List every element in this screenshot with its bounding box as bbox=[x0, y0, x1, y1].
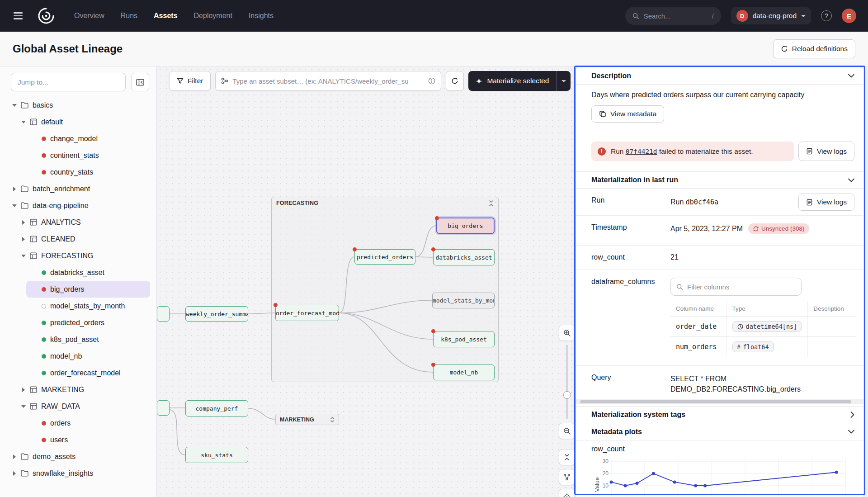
sidebar-item-RAW_DATA[interactable]: RAW_DATA bbox=[0, 398, 156, 415]
asset-node-model_stats_by_month[interactable]: model_stats_by_month bbox=[432, 293, 495, 308]
filter-button[interactable]: Filter bbox=[169, 71, 211, 91]
asset-group-icon bbox=[30, 403, 37, 410]
asset-node-order_forecast_model[interactable]: order_forecast_model bbox=[275, 305, 339, 321]
sidebar-item-default[interactable]: default bbox=[0, 114, 156, 130]
sidebar-item-k8s_pod_asset[interactable]: k8s_pod_asset bbox=[0, 331, 156, 348]
sidebar-item-MARKETING[interactable]: MARKETING bbox=[0, 381, 156, 398]
asset-node-big_orders[interactable]: big_orders bbox=[436, 218, 495, 234]
sidebar-item-snowflake_insights[interactable]: snowflake_insights bbox=[0, 465, 156, 482]
sidebar-item-continent_stats[interactable]: continent_stats bbox=[0, 147, 156, 164]
expand-group-icon[interactable] bbox=[330, 417, 335, 422]
sidebar-item-predicted_orders[interactable]: predicted_orders bbox=[0, 314, 156, 331]
tree-item-label: basics bbox=[33, 101, 53, 109]
tree-caret-icon[interactable] bbox=[12, 204, 17, 207]
sidebar-item-change_model[interactable]: change_model bbox=[0, 130, 156, 147]
asset-subset-input[interactable]: Type an asset subset… (ex: ANALYTICS/wee… bbox=[215, 71, 441, 91]
deployment-switcher[interactable]: D data-eng-prod bbox=[731, 7, 811, 24]
sidebar-item-FORECASTING[interactable]: FORECASTING bbox=[0, 247, 156, 264]
df-column-row: num_orders#float64 bbox=[670, 337, 856, 357]
asset-status-dot bbox=[42, 153, 46, 158]
global-search-input[interactable]: Search... / bbox=[625, 7, 721, 25]
asset-node-model_nb[interactable]: model_nb bbox=[433, 364, 495, 380]
asset-node-k8s_pod_asset[interactable]: k8s_pod_asset bbox=[433, 331, 495, 347]
asset-node-partial[interactable] bbox=[157, 400, 170, 416]
dagster-logo[interactable] bbox=[36, 6, 56, 26]
sidebar-item-model_nb[interactable]: model_nb bbox=[0, 348, 156, 364]
page-title: Global Asset Lineage bbox=[13, 43, 123, 55]
scrollbar-thumb[interactable] bbox=[580, 400, 851, 403]
info-icon[interactable] bbox=[428, 77, 435, 85]
sidebar-item-batch_enrichment[interactable]: batch_enrichment bbox=[0, 180, 156, 197]
asset-node-databricks_asset[interactable]: databricks_asset bbox=[433, 249, 495, 265]
asset-status-dot bbox=[42, 287, 46, 292]
view-metadata-button[interactable]: View metadata bbox=[591, 105, 664, 123]
sidebar-item-order_forecast_model[interactable]: order_forecast_model bbox=[0, 364, 156, 381]
reload-definitions-button[interactable]: Reload definitions bbox=[773, 39, 855, 58]
tree-item-label: CLEANED bbox=[41, 235, 75, 243]
metadata-plots-section-header[interactable]: Metadata plots bbox=[576, 423, 863, 440]
nav-assets[interactable]: Assets bbox=[154, 12, 177, 20]
sidebar-item-databricks_asset[interactable]: databricks_asset bbox=[0, 264, 156, 281]
graph-layout-button[interactable] bbox=[559, 469, 575, 485]
asset-node-weekly_order_summary[interactable]: weekly_order_summary bbox=[185, 306, 248, 322]
failed-run-link[interactable]: 07f4421d bbox=[626, 148, 657, 155]
user-avatar[interactable]: E bbox=[842, 9, 856, 23]
sidebar-item-country_stats[interactable]: country_stats bbox=[0, 164, 156, 180]
materialize-selected-button[interactable]: Materialize selected bbox=[468, 71, 571, 91]
nav-overview[interactable]: Overview bbox=[74, 12, 104, 20]
materialize-dropdown-button[interactable] bbox=[556, 71, 571, 91]
hash-icon: # bbox=[737, 344, 741, 350]
alert-view-logs-button[interactable]: View logs bbox=[798, 142, 854, 161]
df-column-row: order_datedatetime64[ns] bbox=[670, 317, 856, 337]
materialization-section-header[interactable]: Materialization in last run bbox=[576, 171, 863, 189]
tree-caret-icon[interactable] bbox=[21, 405, 26, 408]
sidebar-item-model_stats_by_month[interactable]: model_stats_by_month bbox=[0, 298, 156, 314]
sidebar-item-ANALYTICS[interactable]: ANALYTICS bbox=[0, 214, 156, 231]
group-box-marketing[interactable]: MARKETING bbox=[275, 414, 339, 425]
refresh-graph-button[interactable] bbox=[446, 71, 464, 91]
recenter-button[interactable] bbox=[559, 489, 575, 497]
zoom-slider[interactable] bbox=[559, 345, 575, 419]
horizontal-scrollbar[interactable] bbox=[576, 399, 863, 404]
tree-caret-icon[interactable] bbox=[12, 471, 17, 476]
tree-caret-icon[interactable] bbox=[12, 187, 17, 191]
tree-caret-icon[interactable] bbox=[21, 121, 26, 123]
nav-runs[interactable]: Runs bbox=[121, 12, 137, 20]
collapse-groups-button[interactable] bbox=[559, 449, 575, 465]
zoom-out-button[interactable] bbox=[559, 423, 575, 439]
zoom-out-icon bbox=[563, 427, 571, 435]
sidebar-item-CLEANED[interactable]: CLEANED bbox=[0, 231, 156, 247]
tree-caret-icon[interactable] bbox=[21, 255, 26, 257]
df-column-header: Description bbox=[808, 301, 856, 317]
primary-nav: OverviewRunsAssetsDeploymentInsights bbox=[74, 12, 274, 20]
sidebar-item-basics[interactable]: basics bbox=[0, 97, 156, 114]
tree-caret-icon[interactable] bbox=[12, 454, 17, 459]
sidebar-item-data-eng-pipeline[interactable]: data-eng-pipeline bbox=[0, 197, 156, 214]
nav-deployment[interactable]: Deployment bbox=[194, 12, 232, 20]
sidebar-item-users[interactable]: users bbox=[0, 431, 156, 448]
description-section-header[interactable]: Description bbox=[576, 67, 863, 85]
nav-insights[interactable]: Insights bbox=[249, 12, 274, 20]
tree-caret-icon[interactable] bbox=[21, 220, 26, 225]
asset-node-sku_stats[interactable]: sku_stats bbox=[185, 447, 248, 463]
tree-caret-icon[interactable] bbox=[21, 388, 26, 392]
unsynced-badge[interactable]: Unsynced (308) bbox=[748, 223, 809, 234]
jump-to-input[interactable] bbox=[11, 73, 126, 91]
filter-columns-input[interactable] bbox=[687, 283, 796, 291]
menu-icon[interactable] bbox=[12, 10, 24, 21]
asset-node-predicted_orders[interactable]: predicted_orders bbox=[354, 249, 415, 265]
sidebar-item-orders[interactable]: orders bbox=[0, 415, 156, 431]
tree-caret-icon[interactable] bbox=[21, 237, 26, 241]
run-id[interactable]: db0cf46a bbox=[686, 198, 718, 206]
collapse-sidebar-button[interactable] bbox=[131, 73, 149, 91]
asset-node-company_perf[interactable]: company_perf bbox=[185, 400, 248, 417]
view-logs-button[interactable]: View logs bbox=[798, 194, 854, 211]
system-tags-section-header[interactable]: Materialization system tags bbox=[576, 406, 863, 423]
help-icon[interactable]: ? bbox=[821, 10, 832, 21]
tree-caret-icon[interactable] bbox=[12, 104, 17, 107]
sidebar-item-demo_assets[interactable]: demo_assets bbox=[0, 448, 156, 465]
asset-node-partial[interactable] bbox=[157, 306, 170, 322]
zoom-in-button[interactable] bbox=[559, 325, 575, 341]
sidebar-item-big_orders[interactable]: big_orders bbox=[26, 281, 150, 298]
zoom-slider-handle[interactable] bbox=[563, 391, 571, 399]
